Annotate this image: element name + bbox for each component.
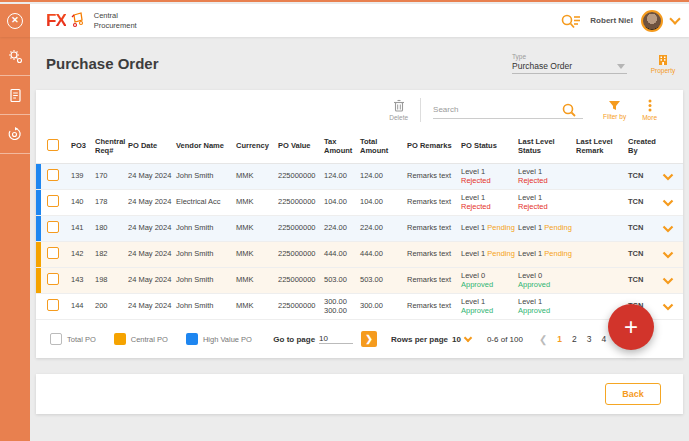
add-purchase-order-fab[interactable]: + <box>608 304 654 350</box>
cell-central-req: 182 <box>95 250 128 259</box>
legend-central-po: Central PO <box>114 333 168 345</box>
range-indicator: 0-6 of 100 <box>487 335 523 344</box>
status-badge: Rejected <box>461 202 491 211</box>
table-footer: Total PO Central PO High Value PO Go to … <box>36 320 683 358</box>
select-all-checkbox[interactable] <box>47 139 59 151</box>
row-expand-chevron-icon[interactable] <box>662 277 674 285</box>
row-expand-chevron-icon[interactable] <box>662 303 674 311</box>
kebab-menu-icon <box>648 99 652 112</box>
row-checkbox[interactable] <box>47 169 59 181</box>
go-to-page: Go to page <box>273 334 353 344</box>
prev-page-chevron-icon[interactable]: ❮ <box>539 334 547 345</box>
row-checkbox[interactable] <box>47 247 59 259</box>
search-input[interactable] <box>433 105 561 114</box>
status-badge: Approved <box>461 306 493 315</box>
sidebar <box>0 37 30 441</box>
cell-currency: MMK <box>236 250 278 259</box>
cell-po3: 143 <box>71 276 95 285</box>
cell-tax-amount: 503.00 <box>324 276 360 285</box>
table-row[interactable]: 14017824 May 2024Electrical AccMMK225000… <box>36 190 683 216</box>
cell-last-level-status: Level 1 Pending <box>518 250 576 259</box>
cell-created-by: TCN <box>624 172 662 181</box>
brand: FX Central Procurement <box>46 11 137 31</box>
status-badge: Pending <box>544 223 572 232</box>
page-number-1[interactable]: 1 <box>557 334 562 344</box>
cell-po3: 139 <box>71 172 95 181</box>
rows-per-page-label: Rows per page <box>391 335 448 344</box>
table-row[interactable]: 14319824 May 2024John SmithMMK2250000005… <box>36 268 683 294</box>
sidebar-item-process[interactable] <box>0 115 30 154</box>
table-row[interactable]: 14218224 May 2024John SmithMMK2250000004… <box>36 242 683 268</box>
sidebar-item-documents[interactable] <box>0 76 30 115</box>
legend-total-po: Total PO <box>50 333 96 345</box>
search-icon[interactable] <box>561 102 577 118</box>
user-menu-chevron-icon[interactable] <box>669 13 680 24</box>
status-badge: Rejected <box>461 176 491 185</box>
row-expand-chevron-icon[interactable] <box>662 251 674 259</box>
cell-po-remarks: Remarks text <box>407 224 461 233</box>
cell-po3: 142 <box>71 250 95 259</box>
cell-po-remarks: Remarks text <box>407 250 461 259</box>
cell-po-remarks: Remarks text <box>407 198 461 207</box>
cell-total-amount: 444.00 <box>360 250 407 259</box>
funnel-icon <box>608 100 621 111</box>
top-bar: ✕ FX Central Procurement Robe <box>0 4 689 37</box>
go-to-page-button[interactable]: ❯ <box>361 331 377 347</box>
col-tax-amount: Tax Amount <box>324 138 360 155</box>
sidebar-item-settings[interactable] <box>0 37 30 76</box>
search-list-icon[interactable] <box>560 13 582 29</box>
cell-total-amount: 104.00 <box>360 198 407 207</box>
close-menu-button[interactable]: ✕ <box>0 4 30 37</box>
property-button[interactable]: Property <box>641 53 685 74</box>
table-row[interactable]: 13917024 May 2024John SmithMMK2250000001… <box>36 164 683 190</box>
row-checkbox[interactable] <box>47 273 59 285</box>
table-row[interactable]: 14420024 May 2024John SmithMMK2250000003… <box>36 294 683 320</box>
cell-vendor-name: John Smith <box>176 250 236 259</box>
avatar[interactable] <box>641 10 663 32</box>
page-number-4[interactable]: 4 <box>602 334 607 344</box>
type-dropdown[interactable]: Type Purchase Order <box>512 53 627 74</box>
cell-po3: 144 <box>71 302 95 311</box>
more-label: More <box>642 114 657 121</box>
back-button[interactable]: Back <box>605 383 661 405</box>
legend-label: Total PO <box>67 335 96 344</box>
cell-tax-amount: 300.00 300.00 <box>324 298 360 315</box>
table-body: 13917024 May 2024John SmithMMK2250000001… <box>36 164 683 320</box>
status-badge: Rejected <box>518 176 548 185</box>
page-number-2[interactable]: 2 <box>572 334 577 344</box>
page-number-3[interactable]: 3 <box>587 334 592 344</box>
cell-tax-amount: 224.00 <box>324 224 360 233</box>
cell-last-level-status: Level 1 Pending <box>518 224 576 233</box>
rows-per-page-chevron-icon <box>464 334 472 342</box>
cell-currency: MMK <box>236 276 278 285</box>
row-checkbox[interactable] <box>47 221 59 233</box>
more-button[interactable]: More <box>642 99 657 121</box>
filter-by-label: Filter by <box>603 113 626 120</box>
cell-vendor-name: Electrical Acc <box>176 198 236 207</box>
cell-po-status: Level 1 Pending <box>461 224 518 233</box>
row-expand-chevron-icon[interactable] <box>662 225 674 233</box>
property-label: Property <box>641 67 685 74</box>
status-badge: Approved <box>461 280 493 289</box>
filter-by-button[interactable]: Filter by <box>603 100 626 120</box>
fx-logo: FX <box>46 11 66 31</box>
refresh-gear-icon <box>7 127 23 142</box>
go-to-page-input[interactable] <box>319 334 353 344</box>
col-po3: PO3 <box>71 142 95 151</box>
close-icon: ✕ <box>7 13 23 29</box>
search-field <box>433 102 583 119</box>
rows-per-page[interactable]: Rows per page 10 <box>391 335 471 344</box>
row-expand-chevron-icon[interactable] <box>662 199 674 207</box>
row-checkbox[interactable] <box>47 299 59 311</box>
row-expand-chevron-icon[interactable] <box>662 173 674 181</box>
delete-button[interactable]: Delete <box>389 99 408 121</box>
col-currency: Currency <box>236 142 278 151</box>
row-checkbox[interactable] <box>47 195 59 207</box>
rows-per-page-value: 10 <box>452 335 461 344</box>
cell-last-level-status: Level 1 Rejected <box>518 168 576 185</box>
table-row[interactable]: 14118024 May 2024John SmithMMK2250000002… <box>36 216 683 242</box>
top-right-controls: Robert Niel <box>560 10 689 32</box>
page-head: Purchase Order Type Purchase Order Prope… <box>30 37 689 90</box>
cell-tax-amount: 104.00 <box>324 198 360 207</box>
legend-label: High Value PO <box>203 335 252 344</box>
